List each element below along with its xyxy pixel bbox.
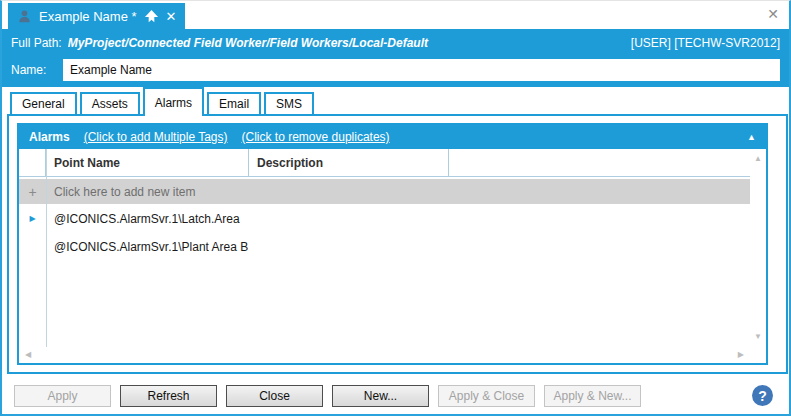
tab-assets[interactable]: Assets (80, 92, 140, 114)
document-tab-close-icon[interactable]: ✕ (166, 10, 177, 23)
page-tab-strip: General Assets Alarms Email SMS (10, 87, 317, 114)
grid-header-row: Point Name Description (19, 149, 750, 177)
column-header-filler (449, 149, 750, 176)
scroll-left-icon[interactable]: ◀ (25, 351, 31, 359)
workbench-form-window: Example Name * ✕ ✕ Full Path: MyProject/… (0, 0, 791, 416)
current-row-marker-icon: ▶ (19, 215, 46, 223)
apply-and-close-button: Apply & Close (438, 385, 535, 407)
close-button[interactable]: Close (226, 385, 323, 407)
vertical-scrollbar[interactable]: ▲ ▼ (750, 149, 766, 347)
plus-icon: + (19, 185, 46, 199)
column-header-description[interactable]: Description (249, 149, 449, 176)
scroll-down-icon[interactable]: ▼ (754, 333, 762, 341)
footer-button-bar: Apply Refresh Close New... Apply & Close… (2, 378, 789, 414)
row-selector-divider (46, 149, 47, 347)
tab-email[interactable]: Email (207, 92, 261, 114)
help-icon[interactable]: ? (752, 385, 773, 406)
table-row[interactable]: ▶ @ICONICS.AlarmSvr.1\Latch.Area (19, 206, 750, 232)
alarms-tab-page: Alarms (Click to add Multiple Tags) (Cli… (7, 114, 788, 374)
column-header-point-name[interactable]: Point Name (46, 149, 249, 176)
document-tab-strip: Example Name * ✕ ✕ (2, 1, 789, 29)
document-tab[interactable]: Example Name * ✕ (8, 3, 185, 29)
tab-alarms[interactable]: Alarms (143, 87, 204, 116)
grid-header-selector (19, 149, 46, 176)
promote-arrow-icon[interactable] (144, 9, 159, 24)
new-button[interactable]: New... (332, 385, 429, 407)
user-server-context: [USER] [TECHW-SVR2012] (631, 36, 780, 50)
apply-and-new-button: Apply & New... (544, 385, 641, 407)
horizontal-scrollbar[interactable]: ◀ ▶ (19, 347, 750, 363)
point-name-cell[interactable]: @ICONICS.AlarmSvr.1\Plant Area B.A (46, 240, 249, 254)
window-close-icon[interactable]: ✕ (767, 6, 779, 22)
collapse-arrow-icon[interactable]: ▲ (747, 133, 756, 142)
alarms-group-box: Alarms (Click to add Multiple Tags) (Cli… (17, 123, 768, 365)
scroll-up-icon[interactable]: ▲ (754, 155, 762, 163)
add-new-item-label: Click here to add new item (46, 185, 195, 199)
name-label: Name: (11, 63, 63, 77)
alarms-grid: Point Name Description + Click here to a… (19, 149, 750, 347)
remove-duplicates-link[interactable]: (Click to remove duplicates) (242, 130, 390, 144)
alarms-grid-body: Point Name Description + Click here to a… (19, 149, 766, 363)
alarms-group-title: Alarms (29, 130, 70, 144)
refresh-button[interactable]: Refresh (120, 385, 217, 407)
document-tab-title: Example Name * (39, 9, 137, 24)
scroll-right-icon[interactable]: ▶ (738, 351, 744, 359)
alarms-group-header: Alarms (Click to add Multiple Tags) (Cli… (19, 125, 766, 149)
name-row: Name: (2, 57, 789, 87)
person-icon (17, 9, 32, 24)
tab-sms[interactable]: SMS (264, 92, 314, 114)
form-header: Full Path: MyProject/Connected Field Wor… (2, 29, 789, 87)
apply-button: Apply (14, 385, 111, 407)
add-new-item-row[interactable]: + Click here to add new item (19, 179, 750, 204)
point-name-cell[interactable]: @ICONICS.AlarmSvr.1\Latch.Area (46, 212, 249, 226)
full-path-row: Full Path: MyProject/Connected Field Wor… (2, 29, 789, 57)
full-path-value: MyProject/Connected Field Worker/Field W… (68, 36, 621, 50)
name-input[interactable] (63, 59, 780, 81)
tab-general[interactable]: General (10, 92, 77, 114)
add-multiple-tags-link[interactable]: (Click to add Multiple Tags) (84, 130, 228, 144)
full-path-label: Full Path: (11, 36, 62, 50)
table-row[interactable]: @ICONICS.AlarmSvr.1\Plant Area B.A (19, 234, 750, 260)
